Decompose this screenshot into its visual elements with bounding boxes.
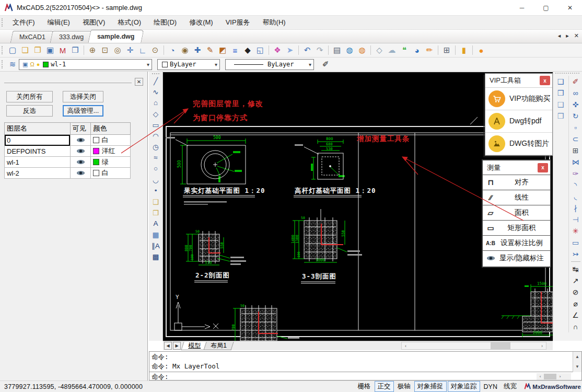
join-icon[interactable]: ↣ — [569, 248, 582, 260]
pencil-orange-icon[interactable]: ✏ — [424, 44, 435, 56]
table-row[interactable]: wl-2白 — [5, 168, 131, 179]
command-vscrollbar[interactable]: ▲ ▼ — [573, 352, 581, 372]
find-select-icon[interactable]: ⊞ — [441, 44, 452, 56]
measure-item-对齐[interactable]: ⊓对齐 — [483, 175, 550, 190]
layer-visible-cell[interactable] — [70, 157, 91, 168]
helmet-circle-icon[interactable]: ◕ — [411, 44, 423, 56]
menu-编辑(E)[interactable]: 编辑(E) — [41, 16, 76, 29]
dim-arc-icon[interactable]: ∩ — [569, 321, 582, 332]
tab-next-icon[interactable]: ▸ — [566, 32, 569, 39]
tab-prev-icon[interactable]: ◂ — [558, 32, 561, 39]
erase-icon[interactable]: ✐ — [569, 76, 582, 87]
doc-tab-MxCAD1[interactable]: MxCAD1 — [10, 31, 55, 43]
scroll-down-icon[interactable]: ▼ — [573, 362, 581, 372]
polyline-icon[interactable]: ∿ — [150, 86, 161, 97]
explode-icon[interactable]: ✳ — [569, 225, 582, 237]
layer-visible-cell[interactable] — [70, 168, 91, 179]
circle-icon[interactable]: ◷ — [150, 141, 161, 152]
vip-cart-icon[interactable]: ● — [475, 44, 487, 56]
open-drawing-icon[interactable]: ❐ — [32, 44, 43, 56]
layer-name-cell[interactable]: wl-2 — [5, 168, 71, 179]
crosshair-move-icon[interactable]: ✚ — [192, 44, 203, 56]
doc-tab-333.dwg[interactable]: 333.dwg — [50, 31, 93, 43]
status-toggle-栅格[interactable]: 栅格 — [355, 382, 374, 391]
polyline-edit-icon[interactable]: ✑ — [569, 168, 582, 179]
column-header-图层名[interactable]: 图层名 — [5, 123, 71, 135]
copy-icon[interactable]: ∞ — [569, 87, 582, 99]
status-toggle-线宽[interactable]: 线宽 — [501, 382, 519, 391]
view-previous-icon[interactable]: ◔ — [167, 44, 178, 56]
array-icon[interactable]: ⊞ — [569, 145, 582, 156]
menu-修改(M)[interactable]: 修改(M) — [183, 16, 219, 29]
layer-color-cell[interactable]: 白 — [91, 135, 131, 146]
layer-select[interactable]: ▣ Ω ● wl-1 ▾ — [19, 59, 152, 70]
eye-icon[interactable] — [77, 149, 85, 153]
layer-colors-icon[interactable]: ≡ — [229, 44, 241, 56]
menu-帮助(H)[interactable]: 帮助(H) — [257, 16, 292, 29]
scrollbar-thumb[interactable] — [491, 342, 510, 349]
cloud-icon[interactable]: ☁ — [386, 44, 398, 56]
extend-icon[interactable]: ⊣ — [569, 214, 582, 225]
measure-item-矩形面积[interactable]: ▭矩形面积 — [483, 220, 550, 235]
command-history[interactable]: 命令:命令: Mx LayerTool — [149, 352, 573, 372]
menu-视图(V)[interactable]: 视图(V) — [76, 16, 111, 29]
status-toggle-对象捕捉[interactable]: 对象捕捉 — [414, 381, 447, 392]
rotate-icon[interactable]: ↻ — [569, 110, 582, 122]
panel-close-icon[interactable]: ✕ — [135, 78, 143, 86]
table-row[interactable]: DEFPOINTS洋红 — [5, 146, 131, 157]
canvas-hscrollbar[interactable]: ‹ › — [401, 342, 546, 350]
save-icon[interactable]: ▣ — [44, 44, 56, 56]
vip-item-Dwg转pdf[interactable]: Dwg转pdf — [485, 110, 552, 133]
status-toggle-DYN[interactable]: DYN — [481, 383, 500, 391]
table-row[interactable]: 0白 — [5, 135, 131, 146]
scroll-right-icon[interactable]: › — [556, 374, 564, 379]
ellipse-icon[interactable]: ○ — [150, 163, 161, 174]
minimize-button[interactable]: ─ — [510, 0, 534, 16]
advanced-manage-button[interactable]: 高级管理... — [63, 105, 103, 117]
table-icon[interactable]: ▦ — [150, 229, 161, 240]
pan-hand-icon[interactable]: ✛ — [124, 44, 136, 56]
maximize-button[interactable]: ▢ — [534, 0, 558, 16]
zoom-axis-icon[interactable]: ∟ — [137, 44, 148, 56]
layout-tab-布局1[interactable]: 布局1 — [203, 342, 234, 350]
scroll-left-icon[interactable]: ‹ — [537, 374, 544, 379]
vip-item-DWG转图片[interactable]: DWG转图片 — [485, 133, 552, 155]
vip-item-VIP功能购买[interactable]: VIP功能购买 — [485, 88, 552, 110]
copy-object-add-icon[interactable]: ❒ — [554, 87, 567, 99]
print-icon[interactable]: ▤ — [331, 44, 343, 56]
web-globe-icon[interactable]: ◍ — [344, 44, 355, 56]
panel-splitter[interactable] — [4, 82, 132, 83]
model-tab-prev-icon[interactable]: ◀ — [164, 342, 172, 350]
status-toggle-正交[interactable]: 正交 — [375, 381, 394, 392]
tag-label-icon[interactable]: ◇ — [374, 44, 385, 56]
close-button[interactable]: ✕ — [558, 0, 582, 16]
command-prompt[interactable]: 命令: — [149, 373, 581, 381]
eye-icon[interactable] — [77, 138, 85, 142]
layer-name-cell[interactable]: wl-1 — [5, 157, 71, 168]
spline-icon[interactable]: ≈ — [150, 152, 161, 163]
trim-icon[interactable]: ∤ — [569, 202, 582, 214]
dim-aligned-icon[interactable]: ↗ — [569, 275, 582, 286]
layers-icon[interactable]: ≋ — [7, 59, 18, 70]
edit-pencil-icon[interactable]: ✎ — [204, 44, 216, 56]
layer-color-cell[interactable]: 洋红 — [91, 146, 131, 157]
fillet-icon[interactable]: ◝ — [569, 179, 582, 191]
zoom-dynamic-icon[interactable]: ⊕ — [87, 44, 98, 56]
menu-VIP服务[interactable]: VIP服务 — [219, 16, 257, 29]
zoom-center-icon[interactable]: ⊙ — [149, 44, 161, 56]
vip-panel-close-icon[interactable]: x — [540, 76, 550, 85]
select-rect-icon[interactable]: ▫ — [569, 122, 582, 133]
select-close-button[interactable]: 选择关闭 — [63, 91, 103, 102]
order-front-icon[interactable]: ❑ — [554, 99, 567, 110]
scroll-up-icon[interactable]: ▲ — [573, 352, 581, 362]
ellipse-arc-icon[interactable]: ◡ — [150, 174, 161, 185]
layer-visible-cell[interactable] — [70, 135, 91, 146]
status-toggle-极轴[interactable]: 极轴 — [395, 382, 413, 391]
status-toggle-对象追踪[interactable]: 对象追踪 — [448, 381, 480, 392]
comment-bubble-icon[interactable]: ❝ — [399, 44, 410, 56]
polygon-solid-icon[interactable]: ◇ — [150, 108, 161, 119]
rect-dashed-icon[interactable]: ▭ — [569, 237, 582, 248]
move-icon[interactable]: ✜ — [569, 99, 582, 110]
point-icon[interactable]: • — [150, 185, 161, 196]
line-icon[interactable]: ╱ — [150, 75, 161, 86]
